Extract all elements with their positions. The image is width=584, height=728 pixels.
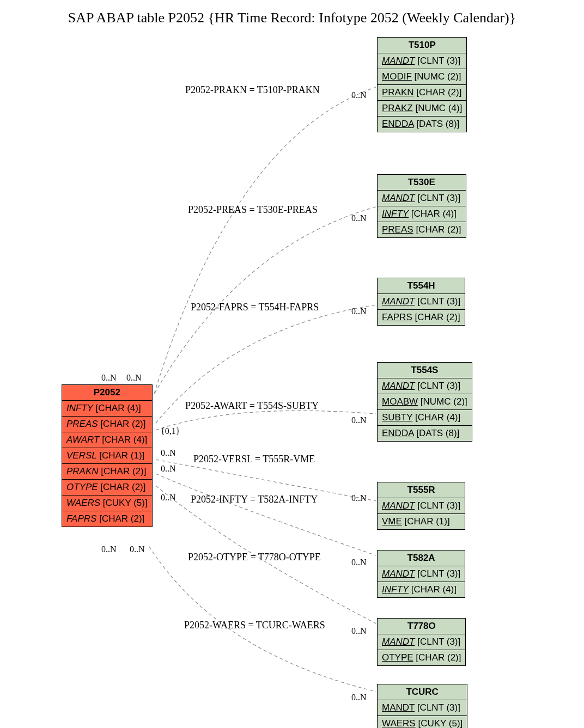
entity-title: T530E <box>378 175 466 191</box>
field-row: AWART [CHAR (4)] <box>62 432 153 448</box>
diagram-title: SAP ABAP table P2052 {HR Time Record: In… <box>0 10 584 26</box>
field-row: MANDT [CLNT (3)] <box>378 566 465 582</box>
cardinality-label: 0..N <box>101 373 117 383</box>
relation-label: P2052-PREAS = T530E-PREAS <box>188 204 318 216</box>
field-row: PREAS [CHAR (2)] <box>378 222 466 238</box>
field-row: PRAKN [CHAR (2)] <box>62 464 153 480</box>
cardinality-label: 0..N <box>351 415 367 425</box>
field-row: ENDDA [DATS (8)] <box>378 117 467 132</box>
field-row: OTYPE [CHAR (2)] <box>378 650 466 666</box>
field-row: FAPRS [CHAR (2)] <box>62 511 153 527</box>
entity-title: T582A <box>378 550 465 566</box>
entity-title: P2052 <box>62 385 153 401</box>
entity-T582A: T582A MANDT [CLNT (3)] INFTY [CHAR (4)] <box>377 550 465 598</box>
cardinality-label: 0..N <box>126 373 142 383</box>
cardinality-label: 0..N <box>161 464 176 474</box>
field-row: OTYPE [CHAR (2)] <box>62 480 153 495</box>
relation-label: P2052-VERSL = T555R-VME <box>193 454 315 465</box>
entity-TCURC: TCURC MANDT [CLNT (3)] WAERS [CUKY (5)] <box>377 684 467 728</box>
entity-T530E: T530E MANDT [CLNT (3)] INFTY [CHAR (4)] … <box>377 174 466 238</box>
field-row: MANDT [CLNT (3)] <box>378 53 467 69</box>
entity-title: T555R <box>378 482 465 498</box>
entity-title: T554S <box>378 363 472 378</box>
cardinality-label: 0..N <box>351 90 367 100</box>
field-row: VME [CHAR (1)] <box>378 514 465 530</box>
field-row: ENDDA [DATS (8)] <box>378 426 472 442</box>
field-row: WAERS [CUKY (5)] <box>378 716 467 729</box>
cardinality-label: 0..N <box>161 493 176 503</box>
field-row: MANDT [CLNT (3)] <box>378 498 465 514</box>
cardinality-label: 0..N <box>101 545 117 554</box>
entity-T554H: T554H MANDT [CLNT (3)] FAPRS [CHAR (2)] <box>377 278 465 326</box>
relation-label: P2052-PRAKN = T510P-PRAKN <box>185 84 320 96</box>
field-row: PRAKN [CHAR (2)] <box>378 85 467 101</box>
cardinality-label: 0..N <box>351 693 367 702</box>
field-row: MANDT [CLNT (3)] <box>378 700 467 716</box>
relation-label: P2052-WAERS = TCURC-WAERS <box>184 620 325 631</box>
entity-T555R: T555R MANDT [CLNT (3)] VME [CHAR (1)] <box>377 482 465 530</box>
field-row: FAPRS [CHAR (2)] <box>378 310 465 326</box>
field-row: MANDT [CLNT (3)] <box>378 294 465 310</box>
entity-title: T554H <box>378 278 465 294</box>
relation-label: P2052-FAPRS = T554H-FAPRS <box>191 302 319 313</box>
entity-title: T510P <box>378 38 467 53</box>
relation-label: P2052-INFTY = T582A-INFTY <box>191 494 318 505</box>
cardinality-label: 0..N <box>351 493 367 503</box>
entity-title: TCURC <box>378 684 467 700</box>
cardinality-label: 0..N <box>351 307 367 316</box>
relationship-lines <box>0 0 584 728</box>
relation-label: P2052-AWART = T554S-SUBTY <box>185 400 319 412</box>
entity-T778O: T778O MANDT [CLNT (3)] OTYPE [CHAR (2)] <box>377 618 466 666</box>
cardinality-label: 0..N <box>161 448 176 458</box>
field-row: WAERS [CUKY (5)] <box>62 495 153 511</box>
entity-P2052: P2052 INFTY [CHAR (4)] PREAS [CHAR (2)] … <box>62 384 153 527</box>
cardinality-label: 0..N <box>130 545 145 554</box>
field-row: MOABW [NUMC (2)] <box>378 394 472 410</box>
field-row: VERSL [CHAR (1)] <box>62 448 153 464</box>
field-row: MANDT [CLNT (3)] <box>378 634 466 650</box>
field-row: MANDT [CLNT (3)] <box>378 378 472 394</box>
field-row: INFTY [CHAR (4)] <box>62 401 153 417</box>
field-row: MANDT [CLNT (3)] <box>378 191 466 206</box>
field-row: MODIF [NUMC (2)] <box>378 69 467 85</box>
field-row: INFTY [CHAR (4)] <box>378 206 466 222</box>
entity-title: T778O <box>378 619 466 634</box>
cardinality-label: 0..N <box>351 558 367 567</box>
cardinality-label: 0..N <box>351 626 367 636</box>
cardinality-label: {0,1} <box>161 426 180 436</box>
field-row: INFTY [CHAR (4)] <box>378 582 465 598</box>
relation-label: P2052-OTYPE = T778O-OTYPE <box>188 552 321 563</box>
field-row: PREAS [CHAR (2)] <box>62 417 153 432</box>
entity-T510P: T510P MANDT [CLNT (3)] MODIF [NUMC (2)] … <box>377 37 467 132</box>
field-row: PRAKZ [NUMC (4)] <box>378 101 467 117</box>
cardinality-label: 0..N <box>351 213 367 223</box>
entity-T554S: T554S MANDT [CLNT (3)] MOABW [NUMC (2)] … <box>377 362 472 442</box>
field-row: SUBTY [CHAR (4)] <box>378 410 472 426</box>
